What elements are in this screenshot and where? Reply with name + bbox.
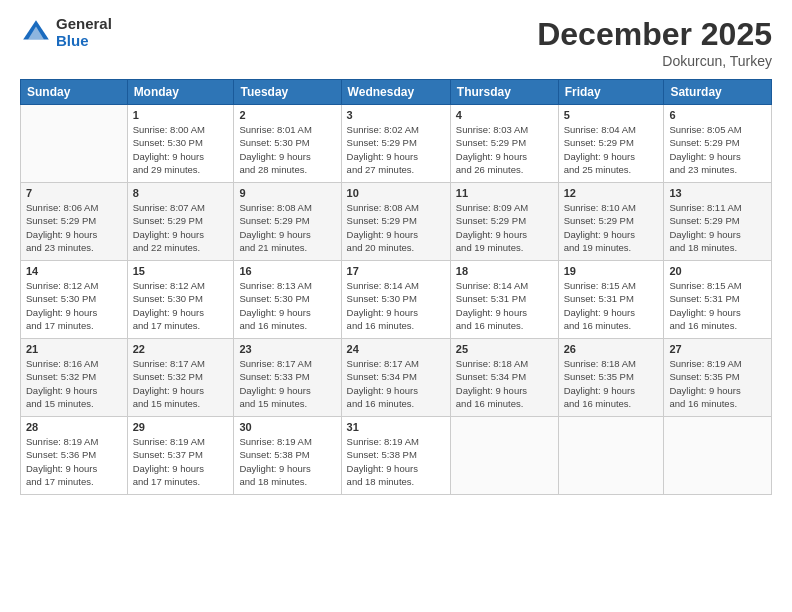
calendar-cell: 16Sunrise: 8:13 AMSunset: 5:30 PMDayligh… (234, 261, 341, 339)
weekday-header-monday: Monday (127, 80, 234, 105)
calendar-cell: 25Sunrise: 8:18 AMSunset: 5:34 PMDayligh… (450, 339, 558, 417)
day-number: 24 (347, 343, 445, 355)
calendar-cell: 3Sunrise: 8:02 AMSunset: 5:29 PMDaylight… (341, 105, 450, 183)
day-number: 6 (669, 109, 766, 121)
week-row-1: 1Sunrise: 8:00 AMSunset: 5:30 PMDaylight… (21, 105, 772, 183)
day-info: Sunrise: 8:10 AMSunset: 5:29 PMDaylight:… (564, 201, 659, 254)
day-info: Sunrise: 8:05 AMSunset: 5:29 PMDaylight:… (669, 123, 766, 176)
calendar-cell: 14Sunrise: 8:12 AMSunset: 5:30 PMDayligh… (21, 261, 128, 339)
calendar-cell: 4Sunrise: 8:03 AMSunset: 5:29 PMDaylight… (450, 105, 558, 183)
calendar-cell: 6Sunrise: 8:05 AMSunset: 5:29 PMDaylight… (664, 105, 772, 183)
weekday-header-friday: Friday (558, 80, 664, 105)
weekday-header-sunday: Sunday (21, 80, 128, 105)
weekday-header-saturday: Saturday (664, 80, 772, 105)
day-number: 16 (239, 265, 335, 277)
day-info: Sunrise: 8:15 AMSunset: 5:31 PMDaylight:… (564, 279, 659, 332)
week-row-5: 28Sunrise: 8:19 AMSunset: 5:36 PMDayligh… (21, 417, 772, 495)
calendar-page: General Blue December 2025 Dokurcun, Tur… (0, 0, 792, 612)
week-row-4: 21Sunrise: 8:16 AMSunset: 5:32 PMDayligh… (21, 339, 772, 417)
calendar-cell (664, 417, 772, 495)
calendar-cell: 31Sunrise: 8:19 AMSunset: 5:38 PMDayligh… (341, 417, 450, 495)
day-number: 21 (26, 343, 122, 355)
calendar-cell: 24Sunrise: 8:17 AMSunset: 5:34 PMDayligh… (341, 339, 450, 417)
day-number: 8 (133, 187, 229, 199)
day-number: 23 (239, 343, 335, 355)
day-info: Sunrise: 8:18 AMSunset: 5:34 PMDaylight:… (456, 357, 553, 410)
day-info: Sunrise: 8:15 AMSunset: 5:31 PMDaylight:… (669, 279, 766, 332)
logo-icon (20, 17, 52, 49)
calendar-cell: 15Sunrise: 8:12 AMSunset: 5:30 PMDayligh… (127, 261, 234, 339)
day-number: 27 (669, 343, 766, 355)
week-row-3: 14Sunrise: 8:12 AMSunset: 5:30 PMDayligh… (21, 261, 772, 339)
day-number: 4 (456, 109, 553, 121)
day-number: 3 (347, 109, 445, 121)
day-info: Sunrise: 8:17 AMSunset: 5:32 PMDaylight:… (133, 357, 229, 410)
day-info: Sunrise: 8:08 AMSunset: 5:29 PMDaylight:… (347, 201, 445, 254)
calendar-cell: 20Sunrise: 8:15 AMSunset: 5:31 PMDayligh… (664, 261, 772, 339)
day-info: Sunrise: 8:07 AMSunset: 5:29 PMDaylight:… (133, 201, 229, 254)
day-info: Sunrise: 8:19 AMSunset: 5:37 PMDaylight:… (133, 435, 229, 488)
calendar-cell: 23Sunrise: 8:17 AMSunset: 5:33 PMDayligh… (234, 339, 341, 417)
weekday-header-wednesday: Wednesday (341, 80, 450, 105)
day-number: 18 (456, 265, 553, 277)
day-number: 26 (564, 343, 659, 355)
day-info: Sunrise: 8:13 AMSunset: 5:30 PMDaylight:… (239, 279, 335, 332)
calendar-cell: 7Sunrise: 8:06 AMSunset: 5:29 PMDaylight… (21, 183, 128, 261)
calendar-cell: 19Sunrise: 8:15 AMSunset: 5:31 PMDayligh… (558, 261, 664, 339)
day-info: Sunrise: 8:18 AMSunset: 5:35 PMDaylight:… (564, 357, 659, 410)
calendar-cell: 18Sunrise: 8:14 AMSunset: 5:31 PMDayligh… (450, 261, 558, 339)
day-number: 17 (347, 265, 445, 277)
day-info: Sunrise: 8:17 AMSunset: 5:34 PMDaylight:… (347, 357, 445, 410)
logo-blue: Blue (56, 33, 112, 50)
day-number: 11 (456, 187, 553, 199)
day-number: 20 (669, 265, 766, 277)
day-number: 13 (669, 187, 766, 199)
day-info: Sunrise: 8:12 AMSunset: 5:30 PMDaylight:… (133, 279, 229, 332)
calendar-cell (558, 417, 664, 495)
day-info: Sunrise: 8:12 AMSunset: 5:30 PMDaylight:… (26, 279, 122, 332)
logo-text: General Blue (56, 16, 112, 49)
day-info: Sunrise: 8:08 AMSunset: 5:29 PMDaylight:… (239, 201, 335, 254)
calendar-cell: 10Sunrise: 8:08 AMSunset: 5:29 PMDayligh… (341, 183, 450, 261)
day-number: 31 (347, 421, 445, 433)
day-number: 30 (239, 421, 335, 433)
day-info: Sunrise: 8:19 AMSunset: 5:36 PMDaylight:… (26, 435, 122, 488)
calendar-cell: 8Sunrise: 8:07 AMSunset: 5:29 PMDaylight… (127, 183, 234, 261)
weekday-header-tuesday: Tuesday (234, 80, 341, 105)
day-info: Sunrise: 8:02 AMSunset: 5:29 PMDaylight:… (347, 123, 445, 176)
location-subtitle: Dokurcun, Turkey (537, 53, 772, 69)
logo: General Blue (20, 16, 112, 49)
header: General Blue December 2025 Dokurcun, Tur… (20, 16, 772, 69)
day-number: 22 (133, 343, 229, 355)
calendar-cell: 5Sunrise: 8:04 AMSunset: 5:29 PMDaylight… (558, 105, 664, 183)
calendar-cell: 26Sunrise: 8:18 AMSunset: 5:35 PMDayligh… (558, 339, 664, 417)
calendar-cell: 21Sunrise: 8:16 AMSunset: 5:32 PMDayligh… (21, 339, 128, 417)
day-number: 10 (347, 187, 445, 199)
calendar-cell (450, 417, 558, 495)
day-info: Sunrise: 8:11 AMSunset: 5:29 PMDaylight:… (669, 201, 766, 254)
day-number: 12 (564, 187, 659, 199)
day-info: Sunrise: 8:06 AMSunset: 5:29 PMDaylight:… (26, 201, 122, 254)
calendar-cell: 27Sunrise: 8:19 AMSunset: 5:35 PMDayligh… (664, 339, 772, 417)
day-info: Sunrise: 8:17 AMSunset: 5:33 PMDaylight:… (239, 357, 335, 410)
day-number: 19 (564, 265, 659, 277)
day-number: 2 (239, 109, 335, 121)
day-info: Sunrise: 8:14 AMSunset: 5:30 PMDaylight:… (347, 279, 445, 332)
calendar-cell: 12Sunrise: 8:10 AMSunset: 5:29 PMDayligh… (558, 183, 664, 261)
day-info: Sunrise: 8:01 AMSunset: 5:30 PMDaylight:… (239, 123, 335, 176)
week-row-2: 7Sunrise: 8:06 AMSunset: 5:29 PMDaylight… (21, 183, 772, 261)
day-number: 1 (133, 109, 229, 121)
day-number: 9 (239, 187, 335, 199)
calendar-cell: 1Sunrise: 8:00 AMSunset: 5:30 PMDaylight… (127, 105, 234, 183)
day-number: 29 (133, 421, 229, 433)
day-info: Sunrise: 8:09 AMSunset: 5:29 PMDaylight:… (456, 201, 553, 254)
calendar-cell: 9Sunrise: 8:08 AMSunset: 5:29 PMDaylight… (234, 183, 341, 261)
weekday-header-row: SundayMondayTuesdayWednesdayThursdayFrid… (21, 80, 772, 105)
day-info: Sunrise: 8:19 AMSunset: 5:38 PMDaylight:… (347, 435, 445, 488)
day-info: Sunrise: 8:19 AMSunset: 5:38 PMDaylight:… (239, 435, 335, 488)
day-number: 14 (26, 265, 122, 277)
day-number: 28 (26, 421, 122, 433)
calendar-cell (21, 105, 128, 183)
calendar-cell: 17Sunrise: 8:14 AMSunset: 5:30 PMDayligh… (341, 261, 450, 339)
calendar-cell: 28Sunrise: 8:19 AMSunset: 5:36 PMDayligh… (21, 417, 128, 495)
